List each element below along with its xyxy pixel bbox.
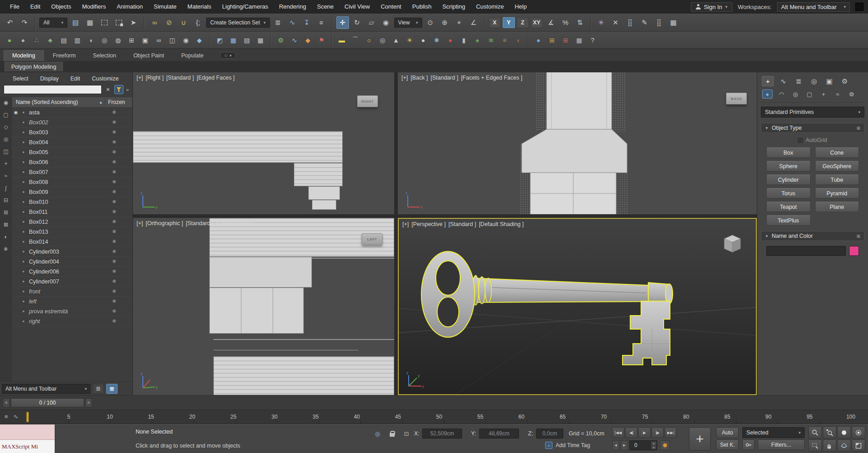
layers-icon[interactable]: ≣ <box>93 384 104 394</box>
select-and-place-icon[interactable]: ◉ <box>380 16 392 29</box>
menu-item[interactable]: Content <box>375 0 407 14</box>
scene-explorer-row[interactable]: ◉ ● left ❄ <box>12 297 132 307</box>
curve-editor-icon[interactable]: ∿ <box>286 16 299 29</box>
table-icon[interactable]: ▦ <box>255 34 266 46</box>
frozen-toggle-icon[interactable]: ❄ <box>105 269 132 274</box>
scene-explorer-row[interactable]: ◉ ● Box014 ❄ <box>12 237 132 247</box>
viewport-label-part[interactable]: [Standard ] <box>186 220 213 226</box>
select-and-move-icon[interactable]: ✛ <box>336 16 349 29</box>
frozen-toggle-icon[interactable]: ❄ <box>105 259 132 264</box>
viewport-back[interactable]: [+][Back ][Standard ][Facets + Edged Fac… <box>398 72 757 214</box>
viewport-label-part[interactable]: [Standard ] <box>166 75 194 81</box>
explorer-grid-toggle[interactable]: ▦ <box>106 384 118 394</box>
x-coordinate-field[interactable]: 52,509cm <box>422 429 462 439</box>
add-time-tag[interactable]: • Add Time Tag <box>545 442 590 449</box>
percent-snap-icon[interactable]: % <box>559 16 572 29</box>
scene-explorer-row[interactable]: ◉ ● Box011 ❄ <box>12 207 132 217</box>
capsule-icon[interactable]: ◖ <box>85 34 97 46</box>
object-type-button[interactable]: GeoSphere <box>815 161 859 171</box>
scene-explorer-row[interactable]: ◉ ● Box004 ❄ <box>12 137 132 147</box>
y-axis-button[interactable]: Y <box>503 17 515 28</box>
viewport-perspective[interactable]: [+][Perspective ][Standard ][Default Sha… <box>398 218 757 395</box>
previous-frame-button[interactable]: ◀| <box>625 427 637 438</box>
selection-paint-icon[interactable]: ▦ <box>84 16 96 29</box>
monitor-icon[interactable]: ▣ <box>139 34 151 46</box>
display-cameras-icon[interactable]: ◫ <box>2 147 10 156</box>
display-materials-icon[interactable]: ◐ <box>2 233 10 241</box>
viewport-label-part[interactable]: [Back ] <box>410 75 428 81</box>
frozen-toggle-icon[interactable]: ❄ <box>105 249 132 255</box>
scene-explorer-menu-item[interactable]: Edit <box>71 76 80 82</box>
menu-item[interactable]: Animation <box>111 0 148 14</box>
scene-explorer-row[interactable]: ◉ ● Cylinder006 ❄ <box>12 267 132 277</box>
track-bar-menu-icon[interactable]: ≡ <box>5 413 8 420</box>
modify-tab[interactable]: ∿ <box>777 76 789 86</box>
display-helpers-icon[interactable]: + <box>2 160 10 168</box>
frozen-toggle-icon[interactable]: ❄ <box>105 239 132 245</box>
helpers-category[interactable]: + <box>818 90 829 99</box>
object-color-swatch[interactable] <box>849 246 859 256</box>
selection-set-key-dropdown[interactable]: Selected ▾ <box>742 427 805 438</box>
window-icon[interactable]: ◫ <box>166 34 178 46</box>
ribbon-tab[interactable]: Freeform <box>45 51 84 61</box>
point-helper-icon[interactable]: ● <box>4 34 15 46</box>
road-icon[interactable]: ≡ <box>499 34 510 46</box>
frozen-toggle-icon[interactable]: ❄ <box>105 219 132 225</box>
scene-explorer-row[interactable]: ◉ ● Cylinder003 ❄ <box>12 247 132 257</box>
grid-array2-icon[interactable]: ⣿ <box>653 16 665 29</box>
tower-icon[interactable]: ▮ <box>458 34 470 46</box>
object-type-button[interactable]: Cylinder <box>766 175 811 185</box>
drop-icon[interactable]: ◆ <box>193 34 205 46</box>
wave-icon[interactable]: ∿ <box>288 34 300 46</box>
zoom-extents-all-button[interactable] <box>852 426 865 439</box>
scene-explorer-row[interactable]: ◉ ● Box002 ❄ <box>12 118 132 127</box>
sheet-icon[interactable]: ▤ <box>58 34 70 46</box>
select-and-scale-icon[interactable]: ▱ <box>365 16 378 29</box>
viewport-label-part[interactable]: [Right ] <box>146 75 164 81</box>
viewport-orthographic[interactable]: [+][Orthographic ][Standard ][Edged Face… <box>133 218 394 395</box>
menu-item[interactable]: Scripting <box>437 0 471 14</box>
selection-filter-dropdown[interactable]: All▾ <box>39 18 67 28</box>
orbit-button[interactable] <box>837 439 851 452</box>
visibility-eye-icon[interactable]: ◉ <box>12 110 20 115</box>
create-selection-set-dropdown[interactable]: Create Selection Set▾ <box>206 18 270 28</box>
menu-item[interactable]: Edit <box>25 0 46 14</box>
viewport-right[interactable]: [+][Right ][Standard ][Edged Faces ] RIG… <box>133 72 394 214</box>
display-tab[interactable]: ▣ <box>823 76 835 86</box>
scene-explorer-row[interactable]: ◉ ● right ❄ <box>12 316 132 326</box>
extend-icon[interactable]: ⊞ <box>126 34 137 46</box>
grass-icon[interactable]: ≋ <box>485 34 497 46</box>
schematic-view-icon[interactable]: ↧ <box>301 16 313 29</box>
bean-icon[interactable]: ◗ <box>512 34 524 46</box>
viewport-label-part[interactable]: [Standard ] <box>430 75 458 81</box>
scene-explorer-menu-item[interactable]: Display <box>40 76 59 82</box>
scene-explorer-row[interactable]: ◉ ● prova estremità ❄ <box>12 307 132 316</box>
z-axis-button[interactable]: Z <box>517 17 529 28</box>
viewport-label-part[interactable]: [Facets + Edged Faces ] <box>461 75 523 81</box>
flame-icon[interactable]: ◆ <box>302 34 314 46</box>
motion-tab[interactable]: ◎ <box>808 76 820 86</box>
current-frame-marker[interactable] <box>26 412 29 422</box>
ribbon-tab[interactable]: Selection <box>85 51 124 61</box>
object-name-field[interactable] <box>766 246 846 256</box>
menu-item[interactable]: Civil View <box>339 0 375 14</box>
ribbon-tab[interactable]: Populate <box>173 51 212 61</box>
z-coordinate-field[interactable]: 0,0cm <box>536 429 563 439</box>
display-lights-icon[interactable]: ◎ <box>2 135 10 143</box>
create-tab[interactable]: + <box>762 76 774 86</box>
go-to-end-button[interactable]: ▶▶| <box>665 427 677 438</box>
named-sets-star-icon[interactable]: ✳ <box>595 16 608 29</box>
menu-item[interactable]: Customize <box>471 0 509 14</box>
play-button[interactable]: ▶ <box>638 427 651 438</box>
current-frame-field[interactable]: 0 ▲▼ <box>629 440 657 450</box>
xy-plane-button[interactable]: XY <box>531 17 543 28</box>
panel-overflow-chevrons[interactable]: » <box>125 87 130 92</box>
display-geometry-icon[interactable]: ▢ <box>2 111 10 119</box>
maxscript-brackets-icon[interactable]: {; <box>192 16 204 29</box>
frozen-toggle-icon[interactable]: ❄ <box>105 159 132 165</box>
scene-explorer-row[interactable]: ◉ ● Box007 ❄ <box>12 167 132 177</box>
help-icon[interactable]: ? <box>587 34 599 46</box>
spreadsheet-icon[interactable]: ▤ <box>241 34 253 46</box>
scene-explorer-row[interactable]: ◉ ● Box006 ❄ <box>12 157 132 167</box>
menu-item[interactable]: Help <box>509 0 532 14</box>
